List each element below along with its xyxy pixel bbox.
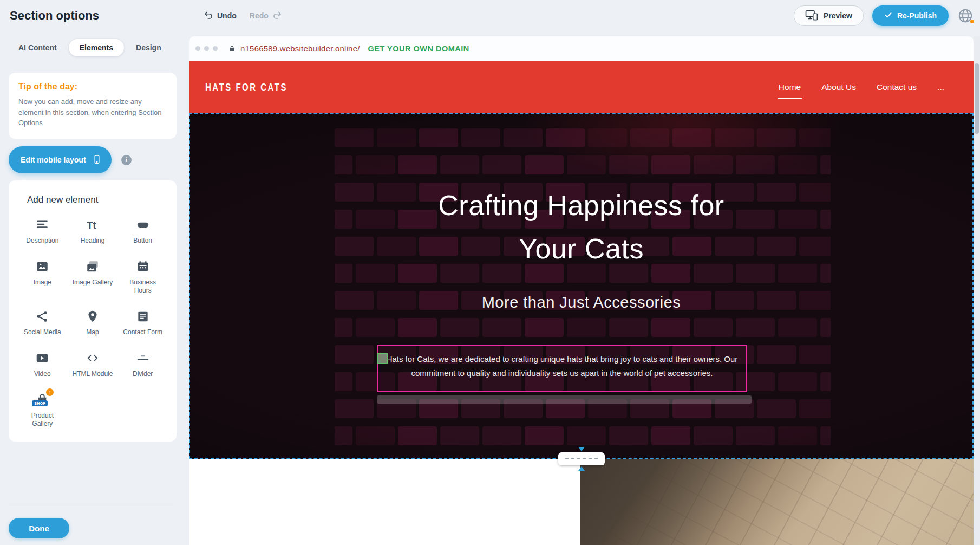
add-element-title: Add new element (27, 194, 168, 205)
tab-ai-content[interactable]: AI Content (16, 39, 59, 56)
element-tile-html-module[interactable]: HTML Module (68, 351, 118, 378)
element-tile-product-gallery[interactable]: SHOP ↑ Product Gallery (17, 392, 68, 428)
brick (778, 264, 817, 283)
heading-icon: Tt (86, 217, 100, 232)
redo-button[interactable]: Redo (250, 10, 282, 22)
window-dots (195, 46, 218, 51)
element-tile-description[interactable]: Description (17, 217, 68, 245)
brick (398, 210, 437, 229)
sidebar-divider (9, 505, 173, 505)
nav-home[interactable]: Home (778, 79, 802, 95)
site-header: HATS FOR CATS Home About Us Contact us .… (189, 61, 974, 113)
element-tile-label: Video (34, 370, 50, 378)
upgrade-badge-icon: ↑ (46, 388, 54, 396)
html-module-icon (85, 351, 100, 366)
brick (630, 128, 669, 147)
language-globe-icon[interactable] (957, 8, 974, 24)
brick (377, 128, 416, 147)
element-tile-business-hours[interactable]: Business Hours (117, 259, 168, 295)
brick (398, 264, 437, 283)
social-media-icon (35, 309, 49, 324)
brick (736, 155, 775, 174)
brick (567, 426, 606, 445)
site-logo[interactable]: HATS FOR CATS (205, 81, 288, 93)
nav-more[interactable]: ... (936, 79, 945, 95)
page-title: Section options (10, 9, 99, 23)
contact-form-icon (136, 309, 150, 324)
undo-icon (204, 10, 213, 22)
element-tile-label: Heading (81, 237, 105, 245)
brick (504, 128, 543, 147)
brick (525, 155, 564, 174)
brick (335, 399, 374, 418)
info-icon[interactable]: i (121, 155, 132, 165)
site-nav: Home About Us Contact us ... (778, 61, 945, 113)
section-resize-handle[interactable] (558, 447, 605, 471)
brick (609, 318, 648, 337)
brick (778, 318, 817, 337)
brick (820, 155, 831, 174)
redo-label: Redo (250, 11, 269, 20)
brick (440, 426, 479, 445)
brick (525, 318, 564, 337)
brick (356, 264, 395, 283)
brick (377, 183, 416, 202)
done-button[interactable]: Done (9, 518, 69, 538)
hero-subheading: More than Just Accessories (190, 293, 972, 312)
element-tile-map[interactable]: Map (68, 309, 118, 336)
brick (356, 426, 395, 445)
hero-section-selected[interactable]: Crafting Happiness for Your Cats More th… (189, 113, 974, 459)
get-domain-link[interactable]: GET YOUR OWN DOMAIN (368, 44, 469, 53)
element-tile-video[interactable]: Video (17, 351, 68, 378)
tab-design[interactable]: Design (134, 39, 164, 56)
element-tile-image-gallery[interactable]: Image Gallery (68, 259, 118, 295)
selected-text-block[interactable]: Hats for Cats, we are dedicated to craft… (377, 345, 747, 392)
history-controls: Undo Redo (204, 0, 282, 31)
brick (799, 399, 831, 418)
brick (356, 210, 395, 229)
sidebar-tabs: AI Content Elements Design (16, 39, 164, 56)
brick (335, 264, 352, 283)
business-hours-icon (136, 259, 150, 274)
map-icon (86, 309, 100, 324)
element-tile-contact-form[interactable]: Contact Form (117, 309, 168, 336)
button-icon (135, 217, 151, 232)
brick (736, 318, 775, 337)
brick (398, 155, 437, 174)
preview-button[interactable]: Preview (794, 5, 864, 26)
tab-elements[interactable]: Elements (69, 39, 124, 56)
site-url[interactable]: n1566589.websitebuilder.online/ (240, 44, 360, 53)
brick (461, 128, 500, 147)
element-tile-button[interactable]: Button (117, 217, 168, 245)
divider-icon (136, 351, 150, 366)
hero-paragraph: Hats for Cats, we are dedicated to craft… (379, 352, 745, 380)
brick (377, 237, 416, 256)
image-gallery-icon (85, 259, 100, 274)
brick (778, 210, 817, 229)
element-tile-social-media[interactable]: Social Media (17, 309, 68, 336)
brick (757, 399, 796, 418)
green-resize-handle[interactable] (377, 353, 388, 364)
page-body-blank (189, 459, 580, 545)
brick (335, 155, 352, 174)
undo-button[interactable]: Undo (204, 10, 237, 22)
brick (335, 183, 374, 202)
nav-about[interactable]: About Us (820, 79, 857, 95)
brick (694, 318, 733, 337)
brick (736, 426, 775, 445)
scrollbar-thumb[interactable] (975, 63, 979, 134)
brick (609, 155, 648, 174)
svg-text:Tt: Tt (87, 219, 96, 231)
element-tile-heading[interactable]: Tt Heading (68, 217, 118, 245)
element-tile-divider[interactable]: Divider (117, 351, 168, 378)
element-tile-label: Description (26, 237, 58, 245)
element-tile-image[interactable]: Image (17, 259, 68, 295)
brick (482, 318, 521, 337)
edit-mobile-label: Edit mobile layout (21, 155, 86, 164)
nav-contact[interactable]: Contact us (876, 79, 918, 95)
edit-mobile-layout-button[interactable]: Edit mobile layout (9, 146, 112, 173)
republish-button[interactable]: Re-Publish (872, 5, 949, 26)
mobile-layout-row: Edit mobile layout i (9, 146, 132, 173)
brick (757, 183, 796, 202)
scrollbar (974, 36, 980, 545)
